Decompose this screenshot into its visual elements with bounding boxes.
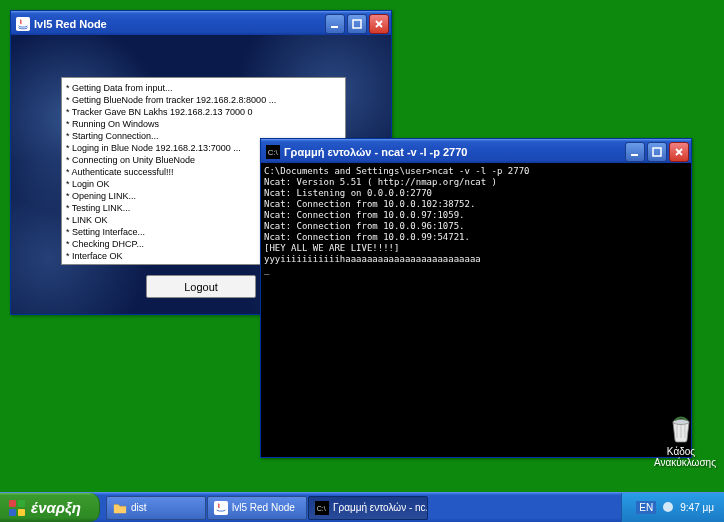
svg-rect-1 (331, 26, 338, 28)
start-label: έναρξη (31, 499, 81, 516)
svg-rect-2 (353, 20, 361, 28)
recycle-bin[interactable]: Κάδος Ανακύκλωσης (654, 412, 708, 468)
clock[interactable]: 9:47 μμ (680, 502, 714, 513)
log-line: Tracker Gave BN Lakhs 192.168.2.13 7000 … (66, 106, 341, 118)
svg-text:C:\: C:\ (268, 147, 279, 156)
terminal-output[interactable]: C:\Documents and Settings\user>ncat -v -… (261, 163, 691, 457)
svg-rect-5 (631, 154, 638, 156)
recycle-bin-icon (665, 412, 697, 444)
windows-logo-icon (8, 499, 26, 517)
java-icon (214, 501, 228, 515)
recycle-bin-label: Κάδος Ανακύκλωσης (654, 446, 708, 468)
minimize-button[interactable] (625, 142, 645, 162)
close-button[interactable] (669, 142, 689, 162)
rednode-titlebar[interactable]: lvl5 Red Node (11, 11, 391, 35)
log-line: Getting BlueNode from tracker 192.168.2.… (66, 94, 341, 106)
svg-rect-9 (18, 500, 25, 507)
rednode-title: lvl5 Red Node (34, 18, 325, 30)
taskbar-items: dist lvl5 Red Node C:\ Γραμμή εντολών - … (100, 493, 621, 522)
svg-rect-6 (653, 148, 661, 156)
maximize-button[interactable] (347, 14, 367, 34)
svg-rect-8 (9, 500, 16, 507)
taskbar-item-label: dist (131, 502, 147, 513)
taskbar: έναρξη dist lvl5 Red Node C:\ Γραμμή εντ… (0, 492, 724, 522)
taskbar-item-terminal[interactable]: C:\ Γραμμή εντολών - nc... (308, 496, 428, 520)
terminal-titlebar[interactable]: C:\ Γραμμή εντολών - ncat -v -l -p 2770 (261, 139, 691, 163)
maximize-button[interactable] (647, 142, 667, 162)
window-buttons (625, 142, 689, 162)
terminal-window: C:\ Γραμμή εντολών - ncat -v -l -p 2770 … (260, 138, 692, 458)
logout-button[interactable]: Logout (146, 275, 256, 298)
tray-icon[interactable] (662, 501, 674, 515)
language-indicator[interactable]: EN (636, 501, 656, 514)
java-icon (16, 17, 30, 31)
window-buttons (325, 14, 389, 34)
start-button[interactable]: έναρξη (0, 493, 100, 522)
taskbar-item-label: lvl5 Red Node (232, 502, 295, 513)
cmd-icon: C:\ (266, 145, 280, 159)
svg-rect-10 (9, 509, 16, 516)
terminal-title: Γραμμή εντολών - ncat -v -l -p 2770 (284, 146, 625, 158)
log-line: Getting Data from input... (66, 82, 341, 94)
svg-point-15 (663, 502, 673, 512)
cmd-icon: C:\ (315, 501, 329, 515)
taskbar-item-label: Γραμμή εντολών - nc... (333, 502, 428, 513)
svg-rect-12 (214, 501, 228, 515)
svg-rect-11 (18, 509, 25, 516)
taskbar-item-rednode[interactable]: lvl5 Red Node (207, 496, 307, 520)
log-line: Running On Windows (66, 118, 341, 130)
svg-text:C:\: C:\ (317, 504, 326, 511)
minimize-button[interactable] (325, 14, 345, 34)
folder-icon (113, 501, 127, 515)
close-button[interactable] (369, 14, 389, 34)
taskbar-item-dist[interactable]: dist (106, 496, 206, 520)
system-tray: EN 9:47 μμ (621, 493, 724, 522)
